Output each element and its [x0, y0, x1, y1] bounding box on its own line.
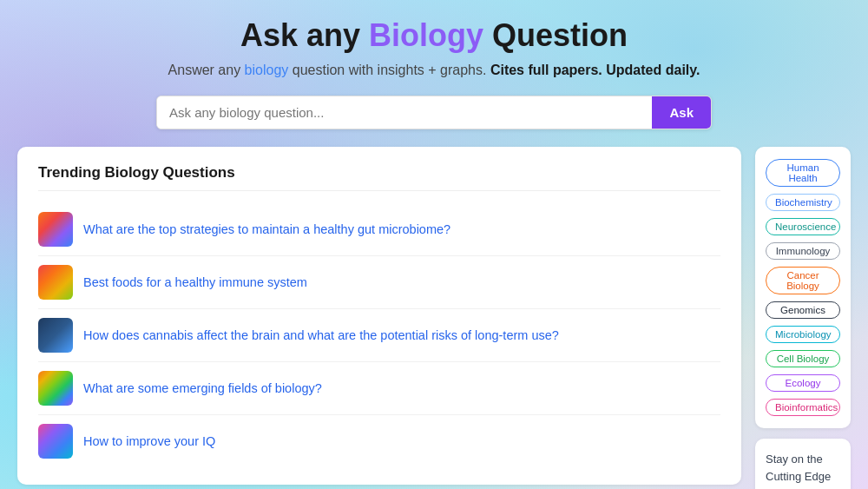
- subtitle-pre: Answer any: [168, 63, 245, 77]
- question-link-3[interactable]: How does cannabis affect the brain and w…: [83, 328, 559, 342]
- main-column: Trending Biology Questions What are the …: [17, 147, 741, 489]
- tag-bioinformatics[interactable]: Bioinformatics: [766, 399, 840, 416]
- search-input[interactable]: [157, 96, 652, 129]
- hero-section: Ask any Biology Question Answer any biol…: [134, 17, 735, 78]
- question-icon-5: [38, 424, 73, 459]
- tag-ecology[interactable]: Ecology: [766, 374, 840, 392]
- cta-card: Stay on the Cutting Edge with the: [755, 439, 851, 489]
- tags-card: Human Health Biochemistry Neuroscience I…: [755, 147, 851, 428]
- search-bar: Ask: [156, 96, 712, 129]
- title-pre: Ask any: [240, 17, 369, 53]
- subtitle-bold: Cites full papers. Updated daily.: [490, 63, 700, 77]
- title-highlight: Biology: [369, 17, 483, 53]
- question-link-4[interactable]: What are some emerging fields of biology…: [83, 381, 322, 395]
- question-icon-2: [38, 265, 73, 300]
- question-icon-4: [38, 371, 73, 406]
- title-post: Question: [483, 17, 628, 53]
- ask-button[interactable]: Ask: [652, 96, 711, 129]
- tag-neuroscience[interactable]: Neuroscience: [766, 218, 840, 235]
- trending-card: Trending Biology Questions What are the …: [17, 147, 741, 485]
- tag-microbiology[interactable]: Microbiology: [766, 326, 840, 343]
- list-item: What are some emerging fields of biology…: [38, 362, 720, 415]
- trending-question-list: What are the top strategies to maintain …: [38, 203, 720, 467]
- question-icon-1: [38, 212, 73, 247]
- tag-human-health[interactable]: Human Health: [766, 159, 840, 187]
- tag-biochemistry[interactable]: Biochemistry: [766, 194, 840, 211]
- tag-cancer-biology[interactable]: Cancer Biology: [766, 267, 840, 294]
- subtitle-biology-link[interactable]: biology: [245, 63, 289, 77]
- question-link-5[interactable]: How to improve your IQ: [83, 434, 215, 448]
- question-icon-3: [38, 318, 73, 353]
- cta-text: Stay on the Cutting Edge with the: [766, 451, 840, 489]
- main-layout: Trending Biology Questions What are the …: [17, 147, 851, 489]
- question-link-2[interactable]: Best foods for a healthy immune system: [83, 275, 307, 289]
- tag-genomics[interactable]: Genomics: [766, 301, 840, 319]
- list-item: How to improve your IQ: [38, 415, 720, 467]
- trending-title: Trending Biology Questions: [38, 164, 720, 191]
- list-item: Best foods for a healthy immune system: [38, 256, 720, 309]
- tag-cell-biology[interactable]: Cell Biology: [766, 350, 840, 367]
- page-content: Ask any Biology Question Answer any biol…: [0, 0, 868, 489]
- hero-title: Ask any Biology Question: [168, 17, 700, 54]
- sidebar: Human Health Biochemistry Neuroscience I…: [755, 147, 851, 489]
- subtitle-post: question with insights + graphs.: [288, 63, 490, 77]
- list-item: How does cannabis affect the brain and w…: [38, 309, 720, 362]
- question-link-1[interactable]: What are the top strategies to maintain …: [83, 222, 450, 236]
- tag-immunology[interactable]: Immunology: [766, 242, 840, 260]
- list-item: What are the top strategies to maintain …: [38, 203, 720, 256]
- hero-subtitle: Answer any biology question with insight…: [168, 63, 700, 78]
